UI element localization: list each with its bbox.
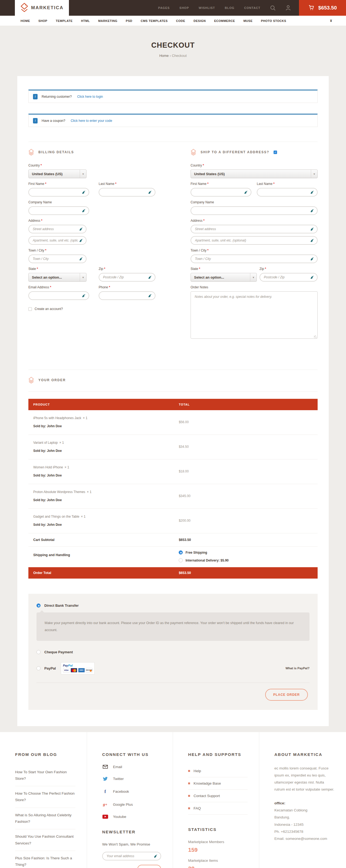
- billing-first-name-field: First Name*: [28, 182, 89, 196]
- shipping-apartment-input[interactable]: [195, 239, 309, 242]
- breadcrumb-home[interactable]: Home: [159, 54, 169, 58]
- billing-first-name-input[interactable]: [33, 190, 80, 194]
- billing-company-input[interactable]: [33, 209, 80, 213]
- billing-street-input[interactable]: [33, 227, 78, 231]
- shipping-zip-input[interactable]: [264, 275, 309, 279]
- google-plus-icon: [102, 802, 108, 807]
- billing-zip-input[interactable]: [103, 275, 147, 279]
- top-nav-pages[interactable]: PAGES: [158, 6, 170, 9]
- shipping-state-select[interactable]: Select an option...: [191, 273, 257, 282]
- social-link-youtube[interactable]: Youtube: [102, 815, 161, 819]
- social-link-email[interactable]: Email: [102, 765, 161, 769]
- login-link[interactable]: Click here to login: [77, 95, 103, 98]
- billing-state-select[interactable]: Select an option...: [28, 273, 86, 282]
- brand-tag-icon: [20, 3, 28, 13]
- twitter-icon: [102, 777, 108, 781]
- subnav-marketing[interactable]: MARKETING: [98, 19, 117, 23]
- social-link-twitter[interactable]: Twitter: [102, 777, 161, 781]
- top-nav-blog[interactable]: BLOG: [225, 6, 235, 9]
- radio-unselected[interactable]: [36, 650, 40, 654]
- subnav-code[interactable]: CODE: [176, 19, 185, 23]
- help-link[interactable]: FAQ: [188, 802, 248, 815]
- subnav-muse[interactable]: MUSE: [243, 19, 252, 23]
- shipping-company-input[interactable]: [195, 209, 309, 213]
- billing-town-input[interactable]: [33, 257, 78, 261]
- subnav-home[interactable]: HOME: [21, 19, 30, 23]
- blog-post-link[interactable]: Should You Use Fashion Consultant Servic…: [15, 829, 75, 851]
- signup-button[interactable]: SIGN UP: [137, 865, 161, 868]
- order-notes-textarea[interactable]: [191, 291, 318, 339]
- social-link-google-plus[interactable]: Google Plus: [102, 802, 161, 807]
- create-account-checkbox[interactable]: [28, 307, 32, 311]
- billing-phone-input[interactable]: [103, 294, 147, 298]
- blog-post-link[interactable]: How To Start Your Own Fashion Store?: [15, 765, 75, 786]
- shipping-address-field: Address*: [191, 219, 318, 245]
- payment-cheque-option[interactable]: Cheque Payment: [36, 650, 310, 654]
- logo[interactable]: MARKETICA: [15, 0, 69, 16]
- blog-post-link[interactable]: What is So Alluring About Celebrity Fash…: [15, 808, 75, 830]
- billing-email-input[interactable]: [33, 294, 80, 298]
- help-link[interactable]: Contact Support: [188, 790, 248, 802]
- subnav-html[interactable]: HTML: [81, 19, 90, 23]
- shipping-country-select[interactable]: United States (US): [191, 169, 318, 178]
- subnav-design[interactable]: DESIGN: [194, 19, 206, 23]
- place-order-button[interactable]: PLACE ORDER: [265, 689, 308, 701]
- newsletter-email-input[interactable]: [106, 854, 152, 858]
- help-link[interactable]: Help: [188, 765, 248, 777]
- bullet-icon: [188, 807, 190, 809]
- billing-apartment-input[interactable]: [33, 239, 78, 242]
- field-label: Company Name: [28, 200, 155, 204]
- subnav-photo-stocks[interactable]: PHOTO STOCKS: [261, 19, 286, 23]
- currency-switcher[interactable]: ¥: [330, 19, 332, 23]
- create-account-row: Create an account?: [28, 307, 155, 311]
- bullet-icon: [188, 770, 190, 772]
- social-link-facebook[interactable]: Facebook: [102, 789, 161, 794]
- cart-button[interactable]: $653.50: [299, 0, 346, 16]
- subnav-psd[interactable]: PSD: [126, 19, 132, 23]
- shipping-town-input[interactable]: [195, 257, 309, 261]
- shipping-heading: SHIP TO A DIFFERENT ADDRESS?: [201, 150, 269, 154]
- coupon-link[interactable]: Click here to enter your code: [71, 119, 112, 123]
- breadcrumb-current: Checkout: [172, 54, 187, 58]
- shipping-option-free[interactable]: Free Shipping: [179, 551, 229, 555]
- checkout-card: i Returning customer? Click here to logi…: [17, 76, 329, 726]
- divider: [28, 392, 318, 392]
- subnav-ecommerce[interactable]: ECOMMERCE: [214, 19, 235, 23]
- shipping-last-name-input[interactable]: [261, 190, 309, 194]
- shipping-first-name-input[interactable]: [195, 190, 243, 194]
- shipping-option-international[interactable]: International Delivery: $5.90: [179, 558, 229, 562]
- layers-icon: [28, 377, 34, 383]
- cart-icon: [308, 5, 315, 11]
- visa-icon: VISA: [63, 668, 70, 673]
- radio-selected[interactable]: [36, 603, 40, 608]
- what-is-paypal-link[interactable]: What is PayPal?: [285, 666, 310, 670]
- item-total: $34.50: [179, 441, 189, 453]
- blog-post-link[interactable]: Plus Size Fashion: Is There Such a Thing…: [15, 851, 75, 868]
- footer-help-column: HELP AND SUPPORTS Help Knowladge Base Co…: [173, 732, 259, 868]
- help-link[interactable]: Knowladge Base: [188, 777, 248, 790]
- user-icon[interactable]: [285, 5, 291, 11]
- top-nav-shop[interactable]: SHOP: [179, 6, 189, 9]
- ship-different-checkbox[interactable]: [274, 151, 277, 154]
- radio-unselected[interactable]: [36, 666, 40, 670]
- radio-selected[interactable]: [179, 551, 183, 555]
- info-icon: i: [33, 94, 38, 99]
- shipping-country-field: Country* United States (US): [191, 163, 318, 178]
- subnav-cms-templates[interactable]: CMS TEMPLATES: [141, 19, 168, 23]
- billing-last-name-input[interactable]: [103, 190, 147, 194]
- payment-bank-option[interactable]: Direct Bank Transfer: [36, 603, 310, 608]
- billing-section-head: BILLING DETAILS: [28, 142, 155, 163]
- subnav-shop[interactable]: SHOP: [38, 19, 47, 23]
- blog-post-link[interactable]: How To Choose The Perfect Fashion Store?: [15, 786, 75, 808]
- billing-country-select[interactable]: United States (US): [28, 169, 86, 178]
- top-nav-wishlist[interactable]: WISHLIST: [199, 6, 215, 9]
- shipping-street-input[interactable]: [195, 227, 309, 231]
- billing-heading: BILLING DETAILS: [38, 150, 74, 154]
- breadcrumb-separator: ›: [170, 54, 171, 58]
- search-icon[interactable]: [270, 5, 276, 11]
- payment-paypal-option[interactable]: PayPal PayPal VISA AMEX DISCOVER What is…: [36, 662, 310, 675]
- top-nav-contact[interactable]: CONTACT: [244, 6, 260, 9]
- autofill-icon: [79, 239, 83, 242]
- radio-unselected[interactable]: [179, 558, 183, 562]
- subnav-template[interactable]: TEMPLATE: [56, 19, 72, 23]
